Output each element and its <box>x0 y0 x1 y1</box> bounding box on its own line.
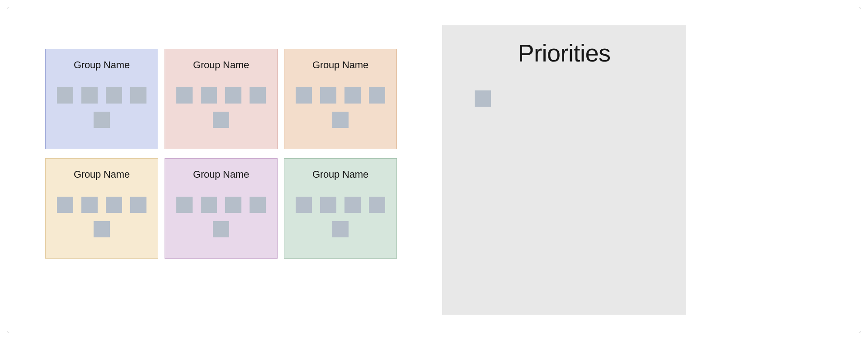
group-title: Group Name <box>312 59 368 71</box>
sticky-note-icon[interactable] <box>320 87 336 104</box>
group-title: Group Name <box>74 169 130 180</box>
group-tiles <box>295 87 386 128</box>
sticky-note-icon[interactable] <box>201 197 217 213</box>
group-card[interactable]: Group Name <box>45 49 158 149</box>
group-tiles <box>176 197 266 237</box>
group-card[interactable]: Group Name <box>165 49 278 149</box>
sticky-note-icon[interactable] <box>81 197 98 213</box>
sticky-note-icon[interactable] <box>94 112 110 128</box>
sticky-note-icon[interactable] <box>176 197 193 213</box>
sticky-note-icon[interactable] <box>201 87 217 104</box>
group-tiles <box>295 197 386 237</box>
sticky-note-icon[interactable] <box>130 197 146 213</box>
group-card[interactable]: Group Name <box>284 158 397 259</box>
group-title: Group Name <box>74 59 130 71</box>
sticky-note-icon[interactable] <box>213 112 229 128</box>
groups-grid: Group Name Group Name Group Name <box>45 49 397 259</box>
group-tiles <box>176 87 266 128</box>
diagram-canvas: Group Name Group Name Group Name <box>7 7 861 333</box>
sticky-note-icon[interactable] <box>344 87 361 104</box>
sticky-note-icon[interactable] <box>320 197 336 213</box>
group-card[interactable]: Group Name <box>165 158 278 259</box>
sticky-note-icon[interactable] <box>296 87 312 104</box>
group-tiles <box>57 197 147 237</box>
group-card[interactable]: Group Name <box>45 158 158 259</box>
sticky-note-icon[interactable] <box>344 197 361 213</box>
priorities-tiles <box>460 90 668 107</box>
sticky-note-icon[interactable] <box>369 197 385 213</box>
sticky-note-icon[interactable] <box>250 87 266 104</box>
sticky-note-icon[interactable] <box>250 197 266 213</box>
sticky-note-icon[interactable] <box>296 197 312 213</box>
sticky-note-icon[interactable] <box>57 87 73 104</box>
sticky-note-icon[interactable] <box>213 221 229 237</box>
sticky-note-icon[interactable] <box>130 87 146 104</box>
sticky-note-icon[interactable] <box>332 112 349 128</box>
group-title: Group Name <box>193 169 249 180</box>
sticky-note-icon[interactable] <box>475 90 491 107</box>
priorities-panel[interactable]: Priorities <box>442 25 686 315</box>
sticky-note-icon[interactable] <box>225 197 241 213</box>
sticky-note-icon[interactable] <box>106 87 122 104</box>
sticky-note-icon[interactable] <box>106 197 122 213</box>
sticky-note-icon[interactable] <box>81 87 98 104</box>
group-title: Group Name <box>193 59 249 71</box>
sticky-note-icon[interactable] <box>332 221 349 237</box>
sticky-note-icon[interactable] <box>57 197 73 213</box>
group-tiles <box>57 87 147 128</box>
sticky-note-icon[interactable] <box>225 87 241 104</box>
sticky-note-icon[interactable] <box>94 221 110 237</box>
sticky-note-icon[interactable] <box>176 87 193 104</box>
priorities-title: Priorities <box>460 39 668 67</box>
group-title: Group Name <box>312 169 368 180</box>
group-card[interactable]: Group Name <box>284 49 397 149</box>
sticky-note-icon[interactable] <box>369 87 385 104</box>
